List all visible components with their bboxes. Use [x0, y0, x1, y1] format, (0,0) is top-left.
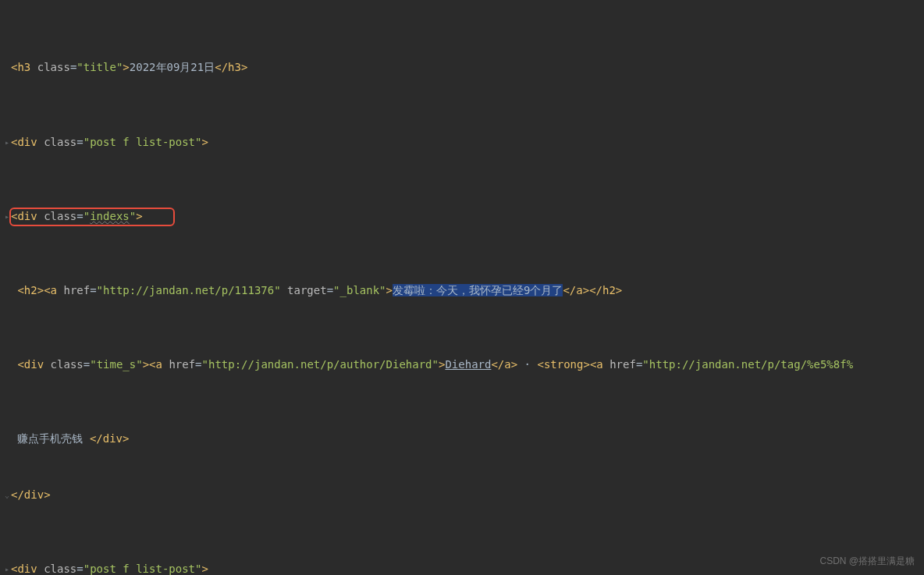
title-date-text: 2022年09月21日 — [130, 61, 215, 73]
attr-value-indexs: indexs — [90, 210, 130, 222]
link-url: http://jandan.net/p/111376 — [103, 284, 274, 296]
code-line[interactable]: 赚点手机壳钱 </div> — [3, 430, 924, 449]
code-line[interactable]: ▸<div class="post f list-post"> — [3, 133, 924, 152]
gutter — [3, 59, 11, 77]
code-line[interactable]: <h2><a href="http://jandan.net/p/111376"… — [3, 282, 924, 300]
attr-name: class — [37, 61, 70, 73]
tag-open: <h3 — [11, 61, 30, 73]
code-line-boxed[interactable]: ▸<div class="indexs"> — [3, 208, 924, 226]
code-editor[interactable]: <h3 class="title">2022年09月21日</h3> ▸<div… — [0, 0, 924, 575]
fold-end-icon[interactable]: ⌄ — [5, 491, 9, 499]
post-desc: 赚点手机壳钱 — [17, 432, 89, 445]
attr-value: title — [84, 61, 116, 73]
author-name: Diehard — [445, 358, 491, 371]
watermark-text: CSDN @搭搭里满是糖 — [819, 553, 915, 569]
fold-icon[interactable]: ▸ — [5, 138, 9, 147]
code-line[interactable]: ▸<div class="post f list-post"> — [3, 560, 924, 575]
code-line[interactable]: ⌄</div> — [3, 486, 924, 505]
code-line[interactable]: <div class="time_s"><a href="http://jand… — [3, 356, 924, 374]
code-line[interactable]: <h3 class="title">2022年09月21日</h3> — [3, 59, 924, 77]
selected-text[interactable]: 发霉啦：今天，我怀孕已经9个月了 — [393, 284, 563, 296]
fold-icon[interactable]: ▸ — [5, 565, 9, 573]
tag-close: </h3> — [215, 61, 247, 73]
fold-icon[interactable]: ▸ — [5, 212, 9, 221]
